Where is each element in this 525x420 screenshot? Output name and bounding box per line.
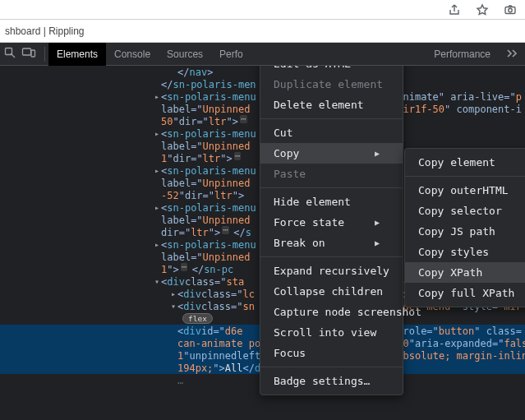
expand-caret-icon[interactable]: ▸	[153, 129, 161, 138]
expand-caret-icon[interactable]: ▾	[153, 277, 161, 286]
submenu-arrow-icon: ▶	[375, 218, 380, 227]
submenu-copy-element[interactable]: Copy element	[405, 152, 525, 173]
inspect-icon[interactable]	[3, 46, 16, 62]
browser-toolbar	[0, 0, 525, 20]
menu-separator	[260, 367, 403, 367]
elements-tree[interactable]: </nav> </sn-polaris-men ▸ <sn-polaris-me…	[0, 66, 525, 420]
tabs-overflow-icon[interactable]	[499, 48, 525, 60]
submenu-copy-xpath[interactable]: Copy XPath	[405, 262, 525, 283]
device-toggle-icon[interactable]	[21, 46, 36, 62]
tab-console[interactable]: Console	[106, 43, 159, 66]
camera-icon[interactable]	[504, 3, 517, 16]
menu-capture-screenshot[interactable]: Capture node screenshot	[260, 302, 403, 322]
page-tab-bar: shboard | Rippling	[0, 20, 525, 43]
submenu-copy-selector[interactable]: Copy selector	[405, 201, 525, 221]
svg-rect-4	[31, 50, 35, 57]
submenu-copy-outerhtml[interactable]: Copy outerHTML	[405, 180, 525, 201]
tab-elements[interactable]: Elements	[48, 43, 106, 66]
tab-sources[interactable]: Sources	[159, 43, 211, 66]
submenu-copy-styles[interactable]: Copy styles	[405, 242, 525, 262]
menu-force-state[interactable]: Force state ▶	[260, 212, 403, 233]
menu-cut[interactable]: Cut	[260, 122, 403, 143]
expand-caret-icon[interactable]: ▾	[169, 302, 177, 311]
menu-paste: Paste	[260, 164, 403, 184]
submenu-arrow-icon: ▶	[375, 238, 380, 247]
menu-edit-as-html[interactable]: Edit as HTML	[260, 66, 403, 74]
menu-separator	[260, 187, 403, 188]
page-tab-title: shboard | Rippling	[5, 25, 85, 37]
menu-hide-element[interactable]: Hide element	[260, 192, 403, 212]
menu-separator	[405, 176, 525, 177]
tab-performance[interactable]: Performance	[426, 43, 499, 66]
expand-caret-icon[interactable]: ▸	[153, 166, 161, 175]
menu-expand-recursively[interactable]: Expand recursively	[260, 261, 403, 281]
flex-badge[interactable]: flex	[182, 313, 213, 324]
menu-scroll-into-view[interactable]: Scroll into view	[260, 322, 403, 343]
expand-caret-icon[interactable]: ▸	[153, 203, 161, 212]
menu-separator	[260, 118, 403, 119]
menu-collapse-children[interactable]: Collapse children	[260, 281, 403, 302]
share-icon[interactable]	[448, 3, 461, 16]
svg-point-1	[509, 8, 512, 12]
submenu-arrow-icon: ▶	[375, 149, 380, 158]
expand-caret-icon[interactable]: ▸	[153, 240, 161, 249]
star-icon[interactable]	[476, 3, 489, 16]
submenu-copy-jspath[interactable]: Copy JS path	[405, 221, 525, 242]
svg-rect-3	[23, 48, 31, 55]
menu-separator	[260, 256, 403, 257]
copy-submenu: Copy element Copy outerHTML Copy selecto…	[404, 148, 525, 307]
toolbar-separator	[44, 47, 45, 62]
menu-copy[interactable]: Copy ▶	[260, 143, 403, 164]
tab-perf-truncated[interactable]: Perfo	[211, 43, 251, 66]
context-menu: Add attribute Edit attribute Edit as HTM…	[260, 66, 403, 395]
menu-badge-settings[interactable]: Badge settings…	[260, 371, 403, 391]
menu-focus[interactable]: Focus	[260, 343, 403, 363]
menu-break-on[interactable]: Break on ▶	[260, 233, 403, 253]
expand-caret-icon[interactable]: ▸	[153, 92, 161, 101]
expand-caret-icon[interactable]: ▸	[169, 289, 177, 298]
menu-delete-element[interactable]: Delete element	[260, 95, 403, 115]
menu-duplicate-element: Duplicate element	[260, 74, 403, 95]
submenu-copy-full-xpath[interactable]: Copy full XPath	[405, 283, 525, 303]
devtools-toolbar: Elements Console Sources Perfo Performan…	[0, 43, 525, 66]
